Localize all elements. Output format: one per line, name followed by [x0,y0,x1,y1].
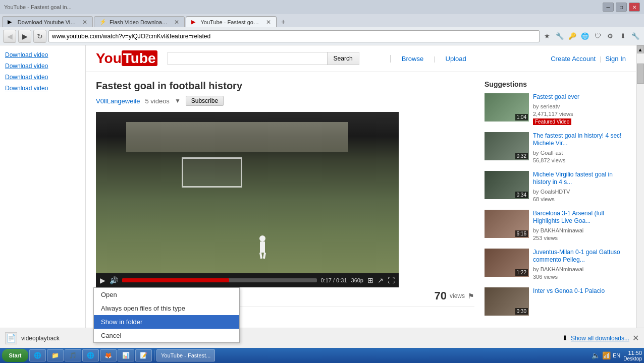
tab-download-youtube[interactable]: ▶ Download Youtube Vid... ✕ [2,16,93,27]
new-tab-button[interactable]: + [278,16,289,27]
volume-button[interactable]: 🔊 [110,276,118,284]
tools-icon-1[interactable]: 🔧 [554,31,565,42]
close-button[interactable]: ✕ [629,3,640,12]
taskbar-firefox-button[interactable]: 🦊 [100,349,117,361]
yt-header: YouTube Search | Browse | Upload Create … [86,45,636,72]
flag-icon[interactable]: ⚑ [468,292,474,300]
settings-icon[interactable]: ⚙ [605,31,616,42]
suggestion-item-2: 0:32 The fastest goal in history! 4 sec!… [485,132,626,165]
yt-logo-tube: Tube [122,50,157,66]
address-bar[interactable] [48,30,540,42]
suggestion-views-4: 253 views [533,234,626,242]
context-always-open[interactable]: Always open files of this type [94,301,239,315]
suggestion-meta-1: by serieatv 2,471,117 views Featured Vid… [533,103,626,126]
yt-logo-you: You [96,50,122,66]
globe-icon[interactable]: 🌐 [579,31,591,42]
taskbar-ie2-button[interactable]: 🌐 [82,349,99,361]
video-controls[interactable]: ▶ 🔊 0:17 / 0:31 360p ⊞ ↗ ⛶ [96,273,399,287]
video-dropdown[interactable]: ▼ [175,97,181,104]
taskbar-app2-button[interactable]: 📝 [135,349,152,361]
media-icon: 🎵 [69,352,77,359]
nav-bar: ◀ ▶ ↻ ★ 🔧 🔑 🌐 🛡 ⚙ ⬇ 🔧 [0,27,644,45]
suggestion-title-5[interactable]: Juventus-Milan 0-1 goal Gattuso commento… [533,249,626,264]
sidebar-download-3[interactable]: Download video [0,72,85,83]
suggestion-thumb-6[interactable]: 0:30 [485,287,529,316]
suggestion-thumb-1[interactable]: 1:04 [485,93,529,122]
tab-flash-video[interactable]: ⚡ Flash Video Download ... ✕ [94,16,185,27]
tray-icon-2: 📶 [602,351,611,359]
suggestion-thumb-4[interactable]: 6:16 [485,210,529,238]
scroll-thumb[interactable] [637,64,644,84]
taskbar-youtube-active[interactable]: YouTube - Fastest... [156,349,215,361]
progress-bar[interactable] [122,278,317,282]
refresh-button[interactable]: ↻ [33,30,46,43]
sep1: | [390,54,392,63]
suggestion-duration-5: 1:22 [515,269,528,276]
firefox-icon: 🦊 [104,352,112,359]
taskbar-ie-button[interactable]: 🌐 [29,349,46,361]
suggestion-thumb-5[interactable]: 1:22 [485,249,529,277]
show-all-downloads-link[interactable]: Show all downloads... [571,335,629,342]
views-label: views [450,292,465,299]
yt-search-button[interactable]: Search [327,52,359,65]
suggestion-thumb-2[interactable]: 0:32 [485,132,529,160]
suggestion-duration-3: 0:34 [515,192,528,198]
close-download-bar-button[interactable]: ✕ [632,333,639,343]
context-show-folder[interactable]: Show in folder [94,315,239,329]
suggestion-thumb-3[interactable]: 0:34 [485,171,529,199]
show-downloads-area: ⬇ Show all downloads... ✕ [562,333,639,343]
play-button[interactable]: ▶ [100,276,105,284]
suggestion-title-2[interactable]: The fastest goal in history! 4 sec! Mich… [533,132,626,148]
yt-search-input[interactable] [168,52,327,65]
tab-close-3[interactable]: ✕ [266,19,271,26]
context-cancel[interactable]: Cancel [94,329,239,342]
title-text: YouTube - Fastest goal in... [4,4,72,10]
taskbar-media-button[interactable]: 🎵 [65,349,81,361]
download-item: 📄 videoplayback [5,332,60,344]
suggestion-item-1: 1:04 Fastest goal ever by serieatv 2,471… [485,93,626,126]
taskbar-folder-button[interactable]: 📁 [47,349,64,361]
tools-icon-2[interactable]: 🔑 [567,31,578,42]
suggestion-title-1[interactable]: Fastest goal ever [533,93,626,101]
download-mgr-icon[interactable]: ⬇ [617,31,628,42]
shield-icon[interactable]: 🛡 [592,31,603,42]
tab-close-1[interactable]: ✕ [82,19,87,26]
create-account-link[interactable]: Create Account [551,55,596,63]
sidebar-download-1[interactable]: Download video [0,49,85,60]
scrollbar[interactable]: ▲ ▼ [636,45,644,363]
minimize-button[interactable]: ─ [603,3,614,12]
back-button[interactable]: ◀ [3,30,16,43]
upload-link[interactable]: Upload [446,55,466,63]
expand-button[interactable]: ⊞ [367,276,373,284]
start-button[interactable]: Start [2,349,28,362]
sign-in-link[interactable]: Sign In [606,55,626,63]
tools-icon-3[interactable]: 🔧 [630,31,641,42]
suggestion-meta-4: by BAKHANminawai 253 views [533,227,626,243]
suggestion-title-4[interactable]: Barcelona 3-1 Arsenal (full Highlights L… [533,210,626,225]
context-menu: Open Always open files of this type Show… [93,287,240,343]
subscribe-button[interactable]: Subscribe [186,96,224,106]
suggestion-channel-5: by BAKHANminawai [533,266,626,273]
tab-youtube-active[interactable]: ▶ YouTube - Fastest goal in... ✕ [186,16,277,27]
tab-close-2[interactable]: ✕ [174,19,179,26]
suggestion-title-6[interactable]: Inter vs Genoa 0-1 Palacio [533,287,626,295]
taskbar-right: 🔈 📶 EN 11:50 Desktop [592,350,642,361]
fullscreen-button[interactable]: ⛶ [388,276,395,284]
ie2-icon: 🌐 [87,352,94,359]
quality-button[interactable]: 360p [351,277,363,283]
context-open[interactable]: Open [94,288,239,301]
forward-button[interactable]: ▶ [18,30,31,43]
tab-favicon-2: ⚡ [99,19,106,26]
channel-link[interactable]: V0llLangeweile [96,97,140,105]
sidebar-download-2[interactable]: Download video [0,60,85,72]
star-icon[interactable]: ★ [542,31,553,42]
browse-link[interactable]: Browse [402,55,423,63]
sidebar: Download video Download video Download v… [0,45,86,363]
sidebar-download-4[interactable]: Download video [0,83,85,94]
video-player[interactable]: ▶ 🔊 0:17 / 0:31 360p ⊞ ↗ ⛶ [96,112,399,283]
popout-button[interactable]: ↗ [378,276,384,284]
taskbar-app1-button[interactable]: 📊 [118,349,134,361]
suggestion-title-3[interactable]: Michele Virgilio fastest goal in history… [533,171,626,187]
maximize-button[interactable]: □ [616,3,627,12]
scroll-up[interactable]: ▲ [637,45,644,53]
